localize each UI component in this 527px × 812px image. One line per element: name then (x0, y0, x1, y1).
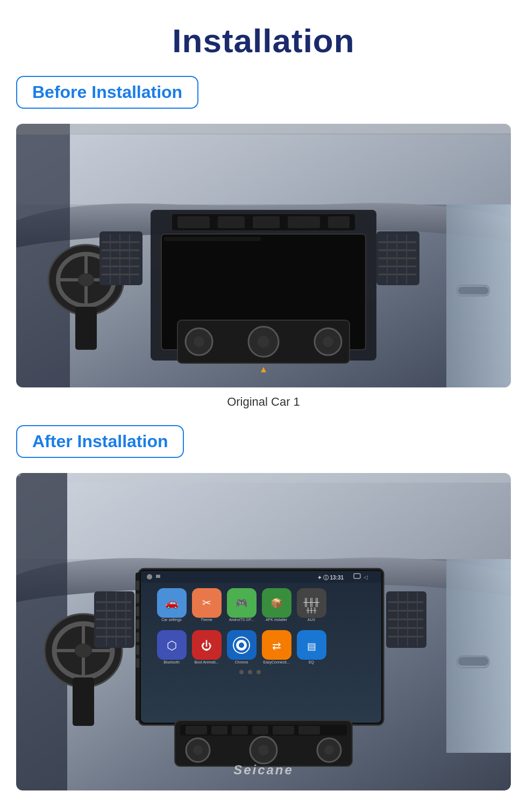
svg-rect-140 (232, 726, 248, 735)
svg-point-147 (258, 745, 269, 755)
svg-point-40 (194, 336, 204, 347)
after-car-image: ✦ ⓘ 13:31 ◁ 🚗 Car settings ✂ Theme 🎮 And… (16, 473, 511, 790)
svg-rect-78 (136, 645, 139, 655)
svg-text:AUX: AUX (308, 618, 316, 622)
svg-point-122 (248, 670, 252, 674)
svg-rect-151 (67, 473, 511, 483)
svg-rect-17 (328, 216, 350, 228)
before-section: Before Installation (0, 76, 527, 425)
svg-rect-52 (16, 473, 511, 559)
svg-rect-10 (75, 307, 97, 350)
svg-text:EQ: EQ (309, 660, 315, 665)
svg-rect-15 (253, 216, 280, 228)
svg-rect-142 (273, 726, 294, 735)
before-car-image (16, 124, 511, 387)
svg-point-149 (324, 745, 334, 755)
before-car-svg (16, 124, 511, 387)
svg-rect-143 (298, 726, 320, 735)
svg-rect-48 (458, 287, 488, 294)
svg-rect-79 (136, 658, 139, 668)
svg-rect-75 (136, 606, 139, 616)
svg-text:Car settings: Car settings (161, 618, 182, 622)
svg-text:Theme: Theme (201, 618, 212, 622)
svg-rect-77 (136, 632, 139, 642)
svg-rect-74 (136, 594, 139, 603)
svg-text:📦: 📦 (270, 597, 283, 609)
svg-rect-73 (136, 581, 139, 590)
svg-rect-16 (288, 216, 320, 228)
svg-rect-139 (211, 726, 227, 735)
svg-text:⏻: ⏻ (201, 640, 212, 652)
svg-rect-83 (16, 473, 20, 476)
before-badge: Before Installation (16, 76, 198, 109)
svg-text:🚗: 🚗 (165, 596, 179, 609)
svg-rect-14 (218, 216, 245, 228)
svg-text:AndroiTS GP...: AndroiTS GP... (229, 618, 254, 622)
svg-rect-141 (252, 726, 268, 735)
svg-text:▤: ▤ (307, 641, 316, 652)
svg-text:✂: ✂ (202, 597, 211, 609)
after-badge-label: After Installation (32, 432, 168, 451)
svg-rect-81 (141, 571, 381, 583)
svg-text:╫╫╫: ╫╫╫ (305, 607, 317, 613)
svg-text:Chrome: Chrome (235, 660, 248, 664)
svg-point-42 (258, 336, 269, 348)
svg-text:◁: ◁ (364, 574, 368, 580)
svg-rect-19 (164, 237, 261, 241)
before-badge-label: Before Installation (32, 82, 182, 102)
svg-rect-76 (136, 619, 139, 629)
svg-rect-84 (156, 575, 160, 578)
svg-text:🎮: 🎮 (236, 597, 248, 609)
svg-text:⇄: ⇄ (272, 640, 281, 652)
svg-rect-138 (186, 726, 207, 735)
svg-rect-61 (73, 677, 94, 726)
svg-rect-1 (16, 124, 511, 204)
before-caption: Original Car 1 (0, 395, 527, 409)
svg-text:Seicane: Seicane (233, 762, 294, 777)
svg-point-121 (239, 670, 244, 674)
svg-point-113 (239, 642, 244, 648)
svg-rect-135 (458, 657, 488, 666)
svg-text:Boot Animati...: Boot Animati... (194, 660, 218, 664)
svg-point-5 (78, 273, 94, 286)
after-car-svg: ✦ ⓘ 13:31 ◁ 🚗 Car settings ✂ Theme 🎮 And… (16, 473, 511, 790)
svg-point-44 (323, 336, 333, 347)
svg-text:EasyConnecti...: EasyConnecti... (263, 660, 289, 665)
svg-text:APK installer: APK installer (266, 618, 288, 622)
svg-rect-13 (177, 216, 210, 228)
svg-rect-50 (70, 124, 511, 133)
svg-text:Bluetooth: Bluetooth (163, 660, 180, 664)
svg-text:✦ ⓘ 13:31: ✦ ⓘ 13:31 (317, 575, 344, 581)
svg-text:⬡: ⬡ (167, 639, 177, 652)
svg-point-145 (193, 745, 203, 755)
after-badge: After Installation (16, 425, 184, 458)
after-section: After Installation (0, 425, 527, 790)
svg-point-56 (75, 644, 92, 658)
svg-text:╫╫╫: ╫╫╫ (303, 598, 319, 608)
page-title: Installation (172, 22, 354, 60)
svg-point-82 (147, 574, 152, 580)
svg-point-123 (257, 670, 261, 674)
